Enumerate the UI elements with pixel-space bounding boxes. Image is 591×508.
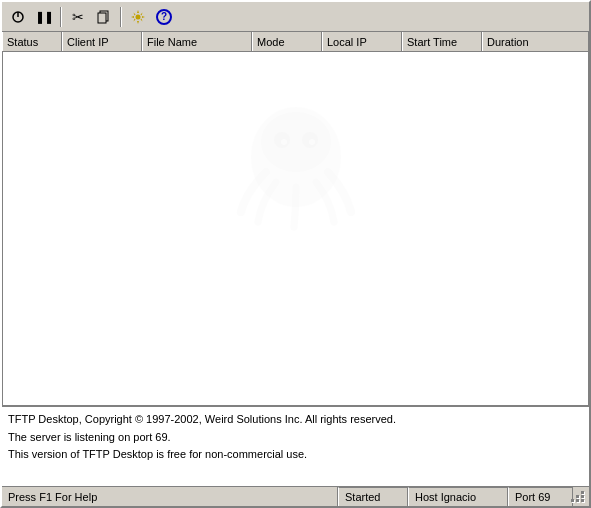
scissors-button[interactable]: ✂ [66, 6, 90, 28]
statusbar-status: Started [338, 487, 408, 506]
svg-point-10 [309, 139, 315, 145]
col-header-duration[interactable]: Duration [482, 32, 589, 51]
host-label: Host Ignacio [415, 491, 476, 503]
power-button[interactable] [6, 6, 30, 28]
pause-button[interactable]: ❚❚ [32, 6, 56, 28]
info-line-2: The server is listening on port 69. [8, 429, 583, 447]
svg-point-4 [136, 14, 141, 19]
help-button[interactable]: ? [152, 6, 176, 28]
watermark-logo [216, 82, 376, 242]
copy-button[interactable] [92, 6, 116, 28]
statusbar-host: Host Ignacio [408, 487, 508, 506]
port-label: Port 69 [515, 491, 550, 503]
info-panel: TFTP Desktop, Copyright © 1997-2002, Wei… [2, 406, 589, 486]
col-header-mode[interactable]: Mode [252, 32, 322, 51]
toolbar: ❚❚ ✂ ? [2, 2, 589, 32]
col-header-starttime[interactable]: Start Time [402, 32, 482, 51]
col-header-localip[interactable]: Local IP [322, 32, 402, 51]
settings-button[interactable] [126, 6, 150, 28]
svg-point-9 [281, 139, 287, 145]
resize-grip[interactable] [573, 487, 589, 506]
info-line-3: This version of TFTP Desktop is free for… [8, 446, 583, 464]
svg-rect-3 [98, 13, 106, 23]
col-header-filename[interactable]: File Name [142, 32, 252, 51]
status-label: Started [345, 491, 380, 503]
info-line-1: TFTP Desktop, Copyright © 1997-2002, Wei… [8, 411, 583, 429]
col-header-clientip[interactable]: Client IP [62, 32, 142, 51]
statusbar: Press F1 For Help Started Host Ignacio P… [2, 486, 589, 506]
separator-2 [120, 7, 122, 27]
separator-1 [60, 7, 62, 27]
transfer-list [2, 52, 589, 406]
col-header-status[interactable]: Status [2, 32, 62, 51]
statusbar-help: Press F1 For Help [2, 487, 338, 506]
main-window: ❚❚ ✂ ? Status Client IP File Name Mode [0, 0, 591, 508]
svg-point-6 [261, 112, 331, 172]
statusbar-port: Port 69 [508, 487, 573, 506]
table-header: Status Client IP File Name Mode Local IP… [2, 32, 589, 52]
help-text: Press F1 For Help [8, 491, 97, 503]
